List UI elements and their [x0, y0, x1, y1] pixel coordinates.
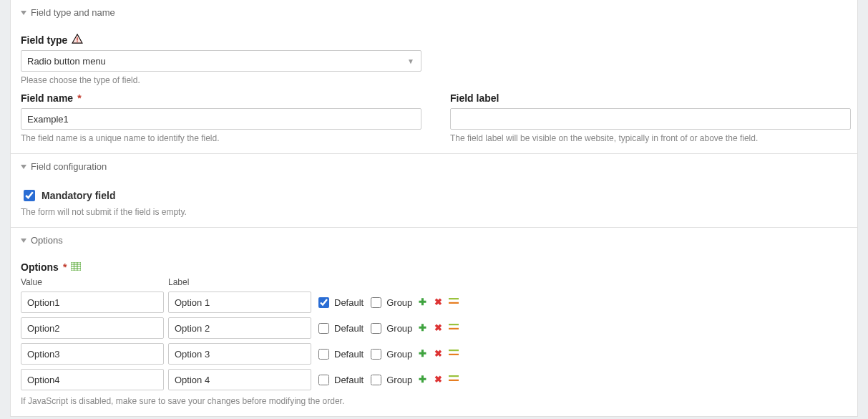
- field-name-help: The field name is a unique name to ident…: [21, 133, 421, 143]
- drag-handle-icon[interactable]: [448, 348, 459, 360]
- option-default-checkbox[interactable]: [318, 323, 329, 334]
- caret-down-icon: [21, 165, 26, 169]
- option-group-label: Group: [386, 349, 412, 360]
- drag-handle-icon[interactable]: [448, 374, 459, 385]
- option-group-checkbox[interactable]: [371, 297, 381, 308]
- required-mark: *: [77, 92, 81, 104]
- option-default-checkbox[interactable]: [318, 349, 329, 360]
- option-default-label: Default: [334, 375, 364, 385]
- svg-rect-15: [449, 380, 459, 381]
- option-row: DefaultGroup✚✖: [21, 343, 847, 365]
- option-label-input[interactable]: [168, 369, 311, 390]
- svg-rect-11: [449, 328, 459, 329]
- required-mark: *: [63, 261, 67, 273]
- field-type-label: Field type: [21, 34, 67, 46]
- caret-down-icon: [21, 11, 26, 15]
- svg-rect-12: [449, 350, 459, 351]
- delete-icon[interactable]: ✖: [432, 374, 444, 385]
- option-label-input[interactable]: [168, 317, 311, 339]
- delete-icon[interactable]: ✖: [432, 322, 444, 334]
- option-default-checkbox[interactable]: [318, 297, 329, 308]
- options-label: Options: [21, 261, 59, 273]
- option-group-checkbox[interactable]: [371, 323, 381, 334]
- delete-icon[interactable]: ✖: [432, 348, 444, 360]
- option-default-checkbox[interactable]: [318, 375, 329, 385]
- option-row: DefaultGroup✚✖: [21, 369, 847, 390]
- svg-rect-14: [449, 375, 459, 377]
- svg-rect-0: [77, 37, 78, 40]
- add-icon[interactable]: ✚: [416, 374, 428, 385]
- svg-rect-1: [77, 42, 78, 42]
- option-label-input[interactable]: [168, 343, 311, 365]
- svg-rect-10: [449, 324, 459, 325]
- add-icon[interactable]: ✚: [416, 322, 428, 334]
- caret-down-icon: [21, 239, 26, 243]
- option-default-label: Default: [334, 297, 364, 308]
- warning-icon: [72, 34, 83, 46]
- mandatory-label: Mandatory field: [42, 190, 115, 201]
- section-field-config: Field configuration Mandatory field The …: [11, 154, 857, 228]
- option-value-input[interactable]: [21, 317, 164, 339]
- svg-rect-8: [449, 298, 459, 299]
- add-icon[interactable]: ✚: [416, 297, 428, 308]
- section-title: Field configuration: [31, 161, 107, 172]
- option-group-checkbox[interactable]: [371, 349, 381, 360]
- option-group-checkbox[interactable]: [371, 375, 381, 385]
- option-value-input[interactable]: [21, 343, 164, 365]
- options-help: If JavaScript is disabled, make sure to …: [21, 396, 847, 406]
- field-label-help: The field label will be visible on the w…: [450, 133, 851, 143]
- drag-handle-icon[interactable]: [448, 297, 459, 308]
- delete-icon[interactable]: ✖: [432, 297, 444, 308]
- svg-rect-9: [449, 302, 459, 304]
- field-type-select[interactable]: Radio button menu: [21, 50, 421, 72]
- field-name-input[interactable]: [21, 108, 421, 130]
- section-toggle-type-name[interactable]: Field type and name: [11, 0, 857, 22]
- options-header-value: Value: [21, 277, 164, 287]
- option-group-label: Group: [386, 297, 412, 308]
- option-value-input[interactable]: [21, 369, 164, 390]
- field-label-label: Field label: [450, 92, 499, 104]
- section-title: Options: [31, 235, 63, 246]
- option-default-label: Default: [334, 349, 364, 360]
- option-label-input[interactable]: [168, 292, 311, 313]
- options-header-label: Label: [168, 277, 311, 287]
- drag-handle-icon[interactable]: [448, 322, 459, 334]
- field-type-help: Please choose the type of field.: [21, 75, 421, 85]
- field-name-label: Field name: [21, 92, 73, 104]
- option-row: DefaultGroup✚✖: [21, 317, 847, 339]
- section-toggle-config[interactable]: Field configuration: [11, 154, 857, 176]
- section-toggle-options[interactable]: Options: [11, 228, 857, 250]
- add-icon[interactable]: ✚: [416, 348, 428, 360]
- option-group-label: Group: [386, 323, 412, 334]
- section-field-type-name: Field type and name Field type Rad: [11, 0, 857, 154]
- mandatory-help: The form will not submit if the field is…: [21, 207, 847, 217]
- section-title: Field type and name: [31, 7, 115, 18]
- list-wizard-icon[interactable]: [71, 261, 81, 273]
- svg-rect-13: [449, 354, 459, 355]
- section-options: Options Options* Value Label DefaultGrou…: [11, 228, 857, 416]
- option-group-label: Group: [386, 375, 412, 385]
- option-row: DefaultGroup✚✖: [21, 292, 847, 313]
- mandatory-checkbox[interactable]: [24, 190, 35, 201]
- option-default-label: Default: [334, 323, 364, 334]
- option-value-input[interactable]: [21, 292, 164, 313]
- field-label-input[interactable]: [450, 108, 851, 130]
